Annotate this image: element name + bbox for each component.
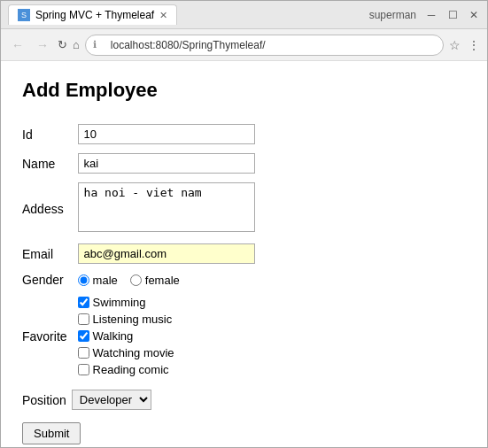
toolbar: ← → ↻ ⌂ ℹ localhost:8080/SpringThymeleaf… [1, 29, 487, 61]
address-row: Addess ha noi - viet nam [22, 178, 262, 239]
submit-button[interactable]: Submit [22, 422, 81, 444]
tab-label: Spring MVC + Thymeleaf [35, 9, 154, 21]
id-input[interactable] [78, 124, 255, 144]
browser-tab[interactable]: S Spring MVC + Thymeleaf ✕ [8, 4, 177, 25]
forward-button[interactable]: → [33, 36, 52, 54]
title-bar-right: superman ─ ☐ ✕ [369, 9, 480, 21]
reading-comic-label: Reading comic [93, 363, 169, 376]
page-content: Add Employee Id Name [1, 61, 487, 447]
tab-favicon: S [18, 9, 30, 21]
reading-comic-checkbox[interactable] [78, 364, 89, 375]
watching-movie-checkbox[interactable] [78, 347, 89, 359]
browser-window: S Spring MVC + Thymeleaf ✕ superman ─ ☐ … [0, 0, 488, 448]
gender-female-label: female [145, 274, 180, 287]
home-button[interactable]: ⌂ [73, 38, 80, 51]
email-row: Email [22, 239, 262, 268]
name-row: Name [22, 149, 262, 178]
bookmark-icon[interactable]: ☆ [449, 38, 461, 52]
id-row: Id [22, 120, 262, 149]
watching-movie-label: Watching movie [93, 346, 174, 359]
gender-female-radio[interactable] [130, 274, 142, 286]
gender-male-option[interactable]: male [78, 274, 118, 287]
favorite-label: Favorite [22, 291, 78, 381]
id-label: Id [22, 120, 78, 149]
url-text: localhost:8080/SpringThymeleaf/ [111, 39, 266, 51]
listening-music-checkbox[interactable] [78, 313, 89, 325]
favorite-walking[interactable]: Walking [78, 329, 255, 343]
favorite-watching-movie[interactable]: Watching movie [78, 346, 255, 359]
gender-male-radio[interactable] [78, 274, 89, 286]
favorite-reading-comic[interactable]: Reading comic [78, 363, 255, 376]
tab-close-button[interactable]: ✕ [159, 10, 167, 21]
swimming-label: Swimming [93, 296, 146, 309]
back-button[interactable]: ← [8, 36, 27, 54]
listening-music-label: Listening music [93, 313, 173, 326]
position-row: Position Developer Manager Designer Test… [22, 390, 466, 410]
title-bar-left: S Spring MVC + Thymeleaf ✕ [8, 4, 177, 25]
maximize-button[interactable]: ☐ [446, 9, 459, 21]
favorite-swimming[interactable]: Swimming [78, 296, 255, 309]
address-textarea[interactable]: ha noi - viet nam [78, 182, 255, 232]
menu-icon[interactable]: ⋮ [468, 38, 480, 52]
walking-label: Walking [93, 329, 134, 343]
gender-female-option[interactable]: female [130, 274, 180, 287]
gender-row: Gender male female [22, 268, 262, 291]
swimming-checkbox[interactable] [78, 297, 89, 308]
gender-male-label: male [93, 274, 118, 287]
page-title: Add Employee [22, 79, 466, 102]
form-table: Id Name Addess [22, 120, 262, 381]
favorite-listening-music[interactable]: Listening music [78, 313, 255, 326]
refresh-button[interactable]: ↻ [58, 38, 67, 51]
position-select[interactable]: Developer Manager Designer Tester [72, 390, 151, 410]
lock-icon: ℹ [93, 39, 97, 50]
position-label: Position [22, 393, 66, 407]
gender-label: Gender [22, 268, 78, 291]
address-bar[interactable]: ℹ localhost:8080/SpringThymeleaf/ [85, 35, 444, 56]
close-button[interactable]: ✕ [468, 9, 480, 21]
username-label: superman [369, 9, 416, 21]
walking-checkbox[interactable] [78, 330, 89, 342]
submit-row: Submit [22, 422, 466, 444]
email-label: Email [22, 239, 78, 268]
name-input[interactable] [78, 153, 255, 174]
title-bar: S Spring MVC + Thymeleaf ✕ superman ─ ☐ … [1, 1, 487, 29]
employee-form: Id Name Addess [22, 120, 466, 444]
favorite-row: Favorite Swimming Listening music [22, 291, 262, 381]
minimize-button[interactable]: ─ [425, 9, 438, 21]
gender-options: male female [78, 274, 255, 287]
favorite-options: Swimming Listening music Walking [78, 296, 255, 376]
email-input[interactable] [78, 243, 255, 264]
address-label: Addess [22, 178, 78, 239]
name-label: Name [22, 149, 78, 178]
toolbar-right: ☆ ⋮ [449, 38, 480, 52]
